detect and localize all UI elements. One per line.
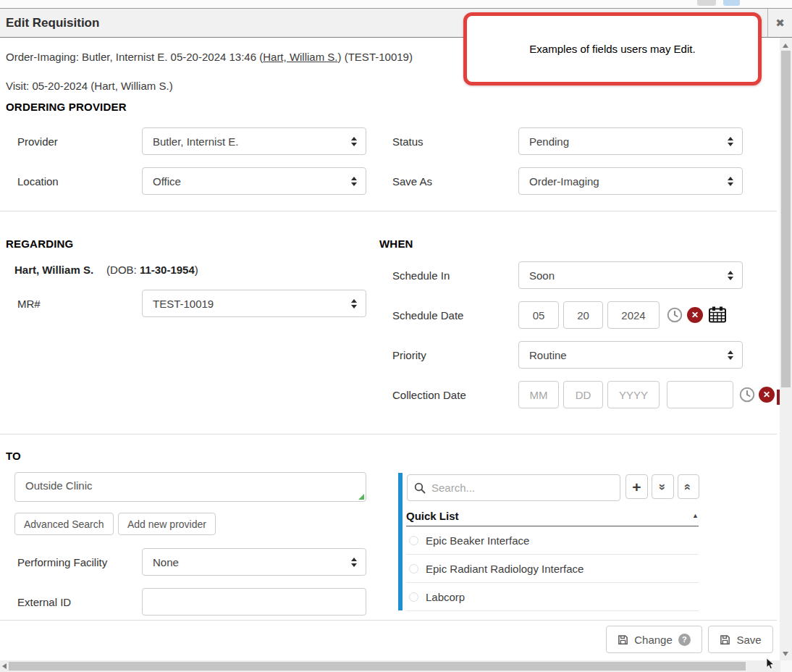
save-as-select[interactable]: Order-Imaging — [518, 167, 743, 195]
collection-month-input[interactable] — [518, 381, 559, 408]
performing-facility-select[interactable]: None — [142, 548, 366, 576]
caret-down-glyph — [351, 563, 357, 567]
caret-up-glyph — [728, 350, 733, 354]
caret-updown-icon — [728, 177, 733, 186]
radio-icon[interactable] — [409, 564, 418, 574]
collection-year-input[interactable] — [607, 381, 660, 408]
quick-list-header[interactable]: Quick List ▲ — [406, 505, 699, 526]
scrollbar-corner — [780, 660, 792, 672]
dob-value: 11-30-1954 — [140, 264, 195, 276]
scroll-down-arrow-icon[interactable] — [783, 652, 788, 656]
schedule-date-label: Schedule Date — [392, 301, 463, 329]
order-summary-suffix: ) (TEST-10019) — [338, 51, 413, 63]
priority-label: Priority — [392, 341, 426, 369]
double-chevron-up-icon: « — [683, 483, 695, 490]
panel-accent-bar — [398, 473, 403, 610]
caret-up-glyph — [351, 137, 357, 140]
priority-select[interactable]: Routine — [518, 341, 743, 369]
background-tab-gray — [697, 0, 716, 6]
caret-updown-icon — [728, 350, 733, 360]
radio-icon[interactable] — [409, 536, 418, 545]
save-button[interactable]: Save — [708, 626, 773, 653]
caret-down-glyph — [351, 305, 357, 308]
resize-handle-icon[interactable] — [358, 494, 364, 500]
close-button[interactable]: ✖ — [767, 9, 792, 37]
collapse-section-icon: ▲ — [692, 512, 699, 519]
scroll-up-arrow-icon[interactable] — [783, 43, 788, 48]
annotation-text: Examples of fields users may Edit. — [529, 43, 695, 55]
horizontal-scrollbar — [0, 660, 780, 672]
schedule-time-clock-icon[interactable] — [667, 307, 683, 326]
caret-down-glyph — [351, 143, 357, 146]
schedule-year-input[interactable] — [607, 301, 660, 329]
recipient-textarea[interactable]: Outside Clinic — [14, 472, 366, 502]
footer-divider — [0, 620, 777, 621]
recipient-value: Outside Clinic — [25, 479, 93, 492]
caret-updown-icon — [351, 137, 357, 146]
collection-time-clock-icon[interactable] — [739, 387, 755, 406]
provider-select[interactable]: Butler, Internist E. — [142, 127, 366, 155]
save-icon — [618, 634, 628, 645]
scroll-left-arrow-icon[interactable] — [2, 663, 7, 669]
add-new-provider-button[interactable]: Add new provider — [118, 513, 216, 535]
change-button[interactable]: Change ? — [606, 626, 702, 653]
quick-list-item-label: Epic Beaker Interface — [426, 534, 529, 547]
location-select[interactable]: Office — [142, 167, 366, 195]
caret-updown-icon — [351, 558, 357, 567]
order-summary-line: Order-Imaging: Butler, Internist E. 05-2… — [6, 51, 413, 63]
visit-line: Visit: 05-20-2024 (Hart, William S.) — [6, 80, 173, 92]
schedule-in-select-value: Soon — [529, 269, 555, 282]
vertical-scrollbar-thumb[interactable] — [781, 51, 791, 387]
collection-day-input[interactable] — [563, 381, 603, 408]
caret-up-glyph — [351, 177, 357, 180]
edit-requisition-dialog: Edit Requisition ✖ Examples of fields us… — [0, 0, 792, 672]
advanced-search-button[interactable]: Advanced Search — [14, 513, 114, 535]
add-to-list-button[interactable]: + — [625, 474, 648, 499]
caret-up-glyph — [728, 137, 733, 140]
schedule-in-select[interactable]: Soon — [518, 261, 743, 289]
background-tab-blue — [723, 0, 740, 6]
quick-list-item[interactable]: Epic Radiant Radiology Interface — [406, 555, 699, 583]
plus-icon: + — [632, 479, 641, 495]
patient-name: Hart, William S. — [14, 264, 93, 276]
dob-prefix: (DOB: — [106, 264, 140, 276]
search-input[interactable] — [407, 474, 620, 501]
regarding-heading: REGARDING — [6, 238, 73, 250]
dob-suffix: ) — [195, 264, 198, 276]
horizontal-scrollbar-thumb[interactable] — [9, 662, 746, 671]
caret-up-glyph — [728, 177, 733, 180]
schedule-month-input[interactable] — [518, 301, 559, 329]
save-icon — [720, 634, 730, 645]
external-id-label: External ID — [17, 588, 71, 616]
location-label: Location — [17, 167, 59, 195]
schedule-day-input[interactable] — [563, 301, 603, 329]
external-id-input[interactable] — [142, 588, 366, 616]
radio-icon[interactable] — [409, 592, 418, 602]
to-heading: TO — [6, 450, 21, 462]
schedule-date-clear-icon[interactable]: ✕ — [687, 307, 703, 323]
mouse-cursor — [766, 658, 775, 672]
section-divider — [0, 211, 777, 211]
status-select[interactable]: Pending — [518, 127, 743, 155]
save-button-label: Save — [736, 634, 761, 646]
collection-time-input[interactable] — [667, 381, 733, 408]
help-icon[interactable]: ? — [678, 634, 691, 646]
save-as-label: Save As — [392, 167, 432, 195]
performing-facility-select-value: None — [153, 556, 179, 568]
provider-select-value: Butler, Internist E. — [153, 135, 238, 148]
patient-link[interactable]: Hart, William S. — [263, 51, 337, 63]
expand-all-button[interactable]: » — [652, 474, 674, 499]
collapse-all-button[interactable]: « — [678, 474, 699, 499]
caret-down-glyph — [728, 277, 733, 280]
order-summary-prefix: Order-Imaging: Butler, Internist E. 05-2… — [6, 51, 263, 63]
caret-updown-icon — [351, 177, 357, 186]
schedule-calendar-icon[interactable] — [709, 306, 726, 326]
mr-select[interactable]: TEST-10019 — [142, 290, 366, 317]
section-divider — [0, 434, 777, 434]
quick-list-item[interactable]: Labcorp — [406, 583, 699, 611]
caret-updown-icon — [728, 137, 733, 146]
quick-list-item[interactable]: Epic Beaker Interface — [406, 526, 699, 555]
status-label: Status — [392, 127, 424, 155]
collection-date-clear-icon[interactable]: ✕ — [759, 387, 775, 403]
patient-summary: Hart, William S.(DOB: 11-30-1954) — [14, 264, 198, 276]
